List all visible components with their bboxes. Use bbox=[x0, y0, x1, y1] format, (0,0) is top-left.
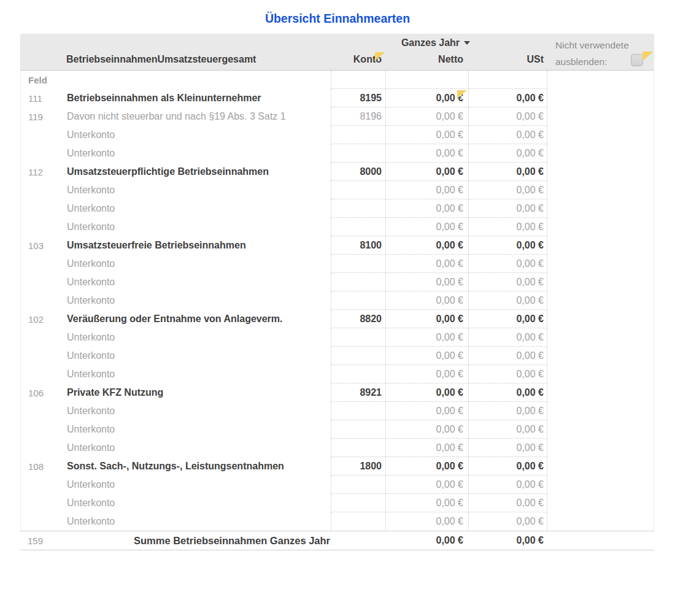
cell-netto[interactable]: 0,00 € bbox=[386, 475, 469, 494]
cell-konto[interactable]: 8196 bbox=[331, 107, 386, 126]
cell-konto[interactable] bbox=[331, 494, 386, 512]
cell-description[interactable]: Unterkonto bbox=[64, 350, 331, 361]
cell-description[interactable]: Unterkonto bbox=[64, 424, 331, 435]
cell-konto[interactable] bbox=[331, 181, 386, 199]
cell-konto[interactable]: 8100 bbox=[331, 236, 386, 255]
cell-netto[interactable]: 0,00 € bbox=[386, 181, 469, 199]
cell-ust[interactable]: 0,00 € bbox=[469, 402, 547, 420]
cell-netto[interactable]: 0,00 € bbox=[386, 199, 469, 218]
cell-field[interactable]: Feld bbox=[21, 75, 64, 85]
hide-unused-checkbox[interactable] bbox=[631, 54, 643, 66]
cell-konto[interactable]: 8195 bbox=[331, 89, 386, 107]
cell-description[interactable]: Private KFZ Nutzung bbox=[64, 387, 331, 398]
cell-konto[interactable] bbox=[331, 402, 386, 420]
cell-konto[interactable]: 8000 bbox=[331, 163, 386, 181]
cell-netto[interactable] bbox=[386, 71, 469, 89]
cell-ust[interactable]: 0,00 € bbox=[469, 512, 547, 531]
cell-konto[interactable] bbox=[331, 218, 386, 236]
cell-netto[interactable]: 0,00 € bbox=[386, 402, 469, 420]
cell-ust[interactable]: 0,00 € bbox=[469, 328, 547, 347]
cell-ust[interactable]: 0,00 € bbox=[469, 383, 547, 402]
cell-netto[interactable]: 0,00 € bbox=[386, 383, 469, 402]
cell-netto[interactable]: 0,00 € bbox=[386, 420, 469, 439]
cell-description[interactable]: Unterkonto bbox=[64, 332, 331, 343]
cell-description[interactable]: Veräußerung oder Entnahme von Anlageverm… bbox=[64, 314, 331, 325]
cell-konto[interactable] bbox=[331, 347, 386, 365]
cell-description[interactable]: Unterkonto bbox=[64, 185, 331, 196]
cell-netto[interactable]: 0,00 € bbox=[386, 218, 469, 236]
cell-konto[interactable] bbox=[331, 512, 386, 531]
cell-description[interactable]: Unterkonto bbox=[64, 479, 331, 490]
cell-konto[interactable] bbox=[331, 273, 386, 291]
cell-konto[interactable]: 1800 bbox=[331, 457, 386, 475]
cell-konto[interactable] bbox=[331, 255, 386, 273]
cell-field[interactable]: 119 bbox=[21, 112, 64, 122]
cell-ust[interactable]: 0,00 € bbox=[469, 218, 547, 236]
cell-ust[interactable]: 0,00 € bbox=[469, 457, 547, 475]
cell-description[interactable]: Unterkonto bbox=[64, 129, 331, 141]
cell-ust[interactable]: 0,00 € bbox=[469, 310, 547, 328]
cell-ust[interactable]: 0,00 € bbox=[469, 365, 547, 383]
cell-konto[interactable] bbox=[331, 439, 386, 457]
cell-description[interactable]: Unterkonto bbox=[64, 369, 331, 380]
cell-konto[interactable] bbox=[331, 199, 386, 218]
cell-konto[interactable] bbox=[331, 291, 386, 310]
cell-field[interactable]: 103 bbox=[21, 241, 64, 251]
cell-netto[interactable]: 0,00 € bbox=[386, 291, 469, 310]
cell-ust[interactable] bbox=[469, 71, 547, 89]
cell-konto[interactable] bbox=[331, 420, 386, 439]
cell-description[interactable]: Unterkonto bbox=[64, 442, 331, 453]
cell-netto[interactable]: 0,00 € bbox=[386, 310, 469, 328]
cell-ust[interactable]: 0,00 € bbox=[469, 475, 547, 494]
cell-description[interactable]: Unterkonto bbox=[64, 295, 331, 306]
cell-field[interactable]: 108 bbox=[21, 461, 64, 472]
cell-description[interactable]: Unterkonto bbox=[64, 148, 331, 159]
cell-ust[interactable]: 0,00 € bbox=[469, 273, 547, 291]
cell-netto[interactable]: 0,00 € bbox=[386, 494, 469, 512]
cell-netto[interactable]: 0,00 € bbox=[386, 89, 469, 107]
cell-konto[interactable] bbox=[331, 144, 386, 163]
cell-description[interactable]: Sonst. Sach-, Nutzungs-, Leistungsentnah… bbox=[64, 461, 331, 472]
cell-description[interactable]: Unterkonto bbox=[64, 203, 331, 214]
cell-description[interactable]: Unterkonto bbox=[64, 258, 331, 269]
cell-netto[interactable]: 0,00 € bbox=[386, 107, 469, 126]
cell-netto[interactable]: 0,00 € bbox=[386, 439, 469, 457]
cell-description[interactable]: Umsatzsteuerfreie Betriebseinnahmen bbox=[64, 240, 331, 251]
cell-netto[interactable]: 0,00 € bbox=[386, 273, 469, 291]
cell-ust[interactable]: 0,00 € bbox=[469, 89, 547, 107]
cell-description[interactable]: Unterkonto bbox=[64, 221, 331, 233]
cell-field[interactable]: 102 bbox=[21, 314, 64, 325]
summary-row[interactable]: 159 Summe Betriebseinnahmen Ganzes Jahr … bbox=[20, 531, 654, 550]
cell-konto[interactable] bbox=[331, 328, 386, 347]
cell-konto[interactable]: 8921 bbox=[331, 383, 386, 402]
cell-ust[interactable]: 0,00 € bbox=[469, 439, 547, 457]
cell-ust[interactable]: 0,00 € bbox=[469, 291, 547, 310]
cell-ust[interactable]: 0,00 € bbox=[469, 107, 547, 126]
cell-ust[interactable]: 0,00 € bbox=[469, 420, 547, 439]
cell-description[interactable]: Betriebseinnahmen als Kleinunternehmer bbox=[64, 93, 331, 104]
cell-konto[interactable] bbox=[331, 71, 386, 89]
cell-ust[interactable]: 0,00 € bbox=[469, 236, 547, 255]
cell-netto[interactable]: 0,00 € bbox=[386, 365, 469, 383]
cell-netto[interactable]: 0,00 € bbox=[386, 163, 469, 181]
cell-ust[interactable]: 0,00 € bbox=[469, 347, 547, 365]
cell-ust[interactable]: 0,00 € bbox=[469, 199, 547, 218]
cell-netto[interactable]: 0,00 € bbox=[386, 236, 469, 255]
cell-description[interactable]: Unterkonto bbox=[64, 277, 331, 288]
cell-konto[interactable] bbox=[331, 126, 386, 144]
cell-ust[interactable]: 0,00 € bbox=[469, 181, 547, 199]
cell-netto[interactable]: 0,00 € bbox=[386, 126, 469, 144]
cell-netto[interactable]: 0,00 € bbox=[386, 255, 469, 273]
cell-field[interactable]: 106 bbox=[21, 388, 64, 398]
cell-netto[interactable]: 0,00 € bbox=[386, 144, 469, 163]
cell-ust[interactable]: 0,00 € bbox=[469, 163, 547, 181]
cell-ust[interactable]: 0,00 € bbox=[469, 144, 547, 163]
cell-description[interactable]: Unterkonto bbox=[64, 406, 331, 417]
cell-netto[interactable]: 0,00 € bbox=[386, 512, 469, 531]
cell-netto[interactable]: 0,00 € bbox=[386, 328, 469, 347]
cell-field[interactable]: 111 bbox=[21, 93, 64, 104]
period-dropdown[interactable]: Ganzes Jahr bbox=[385, 37, 486, 48]
cell-konto[interactable]: 8820 bbox=[331, 310, 386, 328]
cell-description[interactable]: Umsatzsteuerpflichtige Betriebseinnahmen bbox=[64, 166, 331, 177]
cell-konto[interactable] bbox=[331, 365, 386, 383]
